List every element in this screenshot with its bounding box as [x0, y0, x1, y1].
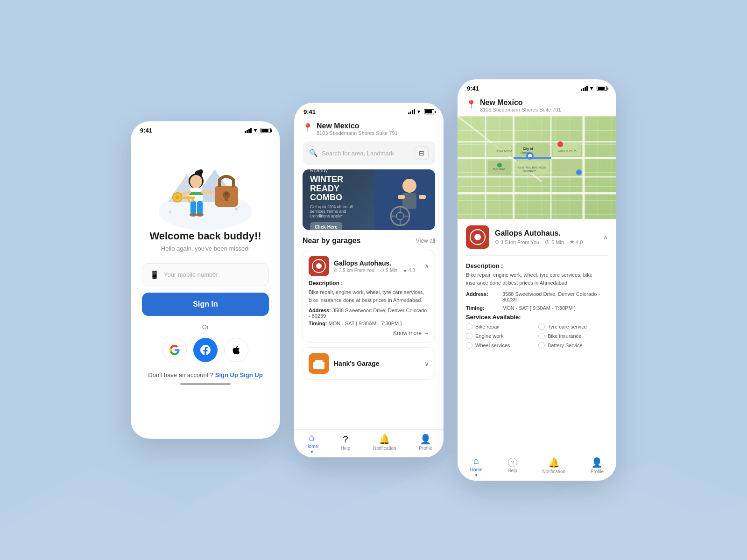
timing-key: Timing: [466, 305, 499, 311]
svg-text:✦: ✦ [233, 205, 239, 213]
garage-1-toggle[interactable]: ∧ [424, 262, 429, 270]
detail-garage-name: Gallops Autohaus. [495, 229, 598, 238]
service-radio[interactable] [538, 333, 545, 339]
location-pin-icon: 📍 [303, 123, 313, 133]
svg-point-67 [576, 169, 582, 175]
signal-icon-2 [408, 109, 415, 114]
nav-help-label: Help [341, 446, 351, 451]
svg-rect-7 [190, 201, 196, 214]
phone-home: 9:41 ▾ 📍 New Mexico 8103 Stiedemann Shor… [294, 103, 444, 457]
notification-icon-3: 🔔 [548, 457, 560, 468]
service-item[interactable]: Engine work [466, 333, 536, 339]
service-radio[interactable] [466, 323, 472, 330]
services-grid: Bike repairTyre care serviceEngine workB… [466, 323, 608, 349]
search-icon: 🔍 [309, 149, 318, 157]
mobile-input-field[interactable]: 📱 Your mobile number [142, 263, 269, 286]
nearby-title: Near by garages [303, 237, 361, 245]
svg-point-9 [190, 213, 197, 217]
map-view[interactable]: HIGHLAND City of Denver CURTIS PARK AURA… [458, 116, 616, 219]
apple-login-button[interactable] [224, 338, 248, 362]
service-item[interactable]: Wheel services [466, 342, 536, 349]
login-content: ✦ ✦ Welcome back buddy!! Hello again, yo… [131, 137, 280, 394]
nav-notification-3[interactable]: 🔔 Notification [543, 457, 565, 474]
home-icon-3: ⌂ [473, 455, 479, 466]
login-illustration: ✦ ✦ [154, 141, 257, 230]
signup-link-text[interactable]: Sign Up [240, 371, 263, 378]
service-radio[interactable] [538, 342, 545, 349]
wifi-icon-3: ▾ [590, 85, 593, 91]
address-key: Address: [466, 291, 499, 302]
svg-point-10 [196, 213, 204, 217]
detail-toggle[interactable]: ∧ [603, 233, 608, 241]
description-label-1: Description : [309, 280, 429, 287]
service-item[interactable]: Tyre care service [538, 323, 608, 330]
know-more-button[interactable]: Know more → [309, 330, 429, 336]
service-radio[interactable] [466, 342, 472, 349]
service-item[interactable]: Bike repair [466, 323, 536, 330]
garage-1-meta: ⊙ 3.5 km From You ⏱ 5 Min ★ 4.0 [334, 268, 420, 273]
promo-image [374, 169, 435, 230]
welcome-title: Welcome back buddy!! [149, 230, 261, 242]
mobile-placeholder: Your mobile number [164, 271, 218, 278]
social-login-buttons [162, 338, 248, 362]
nav-profile-label-3: Profile [591, 469, 604, 474]
detail-garage-header: Gallops Autohaus. ⊙ 3.5 km From You ⏱ 5 … [466, 225, 608, 256]
status-icons-3: ▾ [581, 85, 607, 91]
nav-home-3[interactable]: ⌂ Home [470, 455, 483, 476]
svg-rect-28 [419, 195, 426, 199]
sign-in-button[interactable]: Sign In [142, 293, 269, 316]
promo-banner: Roaddy WINTER READY COMBO Get upto 20% o… [303, 169, 435, 230]
filter-button[interactable]: ⊟ [415, 146, 429, 160]
garage-1-thumbnail [309, 256, 329, 276]
svg-text:✦: ✦ [168, 210, 172, 215]
nav-profile-3[interactable]: 👤 Profile [591, 457, 604, 474]
garage-2-toggle[interactable]: ∨ [424, 360, 429, 367]
services-section: Services Available: Bike repairTyre care… [466, 314, 608, 349]
service-item[interactable]: Battery Service [538, 342, 608, 349]
svg-text:City of: City of [523, 147, 533, 151]
svg-point-3 [198, 169, 203, 174]
svg-point-25 [402, 179, 416, 193]
location-city[interactable]: New Mexico [317, 122, 398, 130]
svg-point-21 [225, 192, 228, 196]
detail-description-label: Description : [466, 262, 608, 269]
facebook-login-button[interactable] [193, 338, 218, 362]
promo-cta-button[interactable]: Click Here [310, 222, 342, 230]
nav-home-label: Home [305, 444, 318, 449]
status-icons-2: ▾ [408, 109, 434, 115]
phone-login: 9:41 ▾ [131, 121, 280, 439]
service-item[interactable]: Bike insurance [538, 333, 608, 339]
garage-1-rating: ★ 4.0 [403, 268, 415, 273]
detail-distance: ⊙ 3.5 km From You [495, 239, 539, 245]
nav-help-3[interactable]: ? Help [507, 458, 517, 473]
svg-text:DISTRICT: DISTRICT [523, 170, 536, 173]
time-1: 9:41 [140, 127, 152, 134]
svg-rect-6 [190, 192, 203, 195]
nav-notification-2[interactable]: 🔔 Notification [373, 434, 396, 451]
google-login-button[interactable] [162, 338, 187, 362]
location-city-3[interactable]: New Mexico [480, 98, 561, 107]
services-label: Services Available: [466, 314, 608, 321]
view-all-button[interactable]: View all [416, 238, 435, 244]
nav-home-2[interactable]: ⌂ Home [305, 432, 318, 453]
nav-notification-label-3: Notification [543, 469, 565, 474]
nav-help-2[interactable]: ? Help [341, 434, 351, 451]
garage-1-timing: Timing: MON - SAT [ 9:30AM - 7:30PM ] [309, 321, 429, 326]
location-bar: 📍 New Mexico 8103 Stiedemann Shores Suit… [294, 118, 444, 140]
profile-icon-3: 👤 [591, 457, 603, 468]
service-radio[interactable] [466, 333, 472, 339]
svg-text:CENTRAL BUSINESS: CENTRAL BUSINESS [518, 166, 546, 169]
detail-time: ⏱ 5 Min [545, 239, 564, 245]
detail-description-text: Bike repair, engine work, wheel, tyre ca… [466, 271, 608, 287]
wifi-icon-2: ▾ [417, 109, 420, 115]
search-bar[interactable]: 🔍 Search for area, Landmark ⊟ [303, 141, 435, 165]
time-3: 9:41 [467, 85, 479, 92]
phones-container: 9:41 ▾ [131, 79, 616, 481]
svg-rect-26 [402, 193, 416, 209]
signup-link[interactable]: Sign Up [215, 371, 238, 378]
promo-brand: Roaddy [310, 169, 367, 173]
nav-profile-2[interactable]: 👤 Profile [419, 434, 432, 451]
service-radio[interactable] [538, 323, 545, 330]
signal-icon [245, 128, 252, 133]
location-address: 8103 Stiedemann Shores Suite 791 [317, 130, 398, 136]
